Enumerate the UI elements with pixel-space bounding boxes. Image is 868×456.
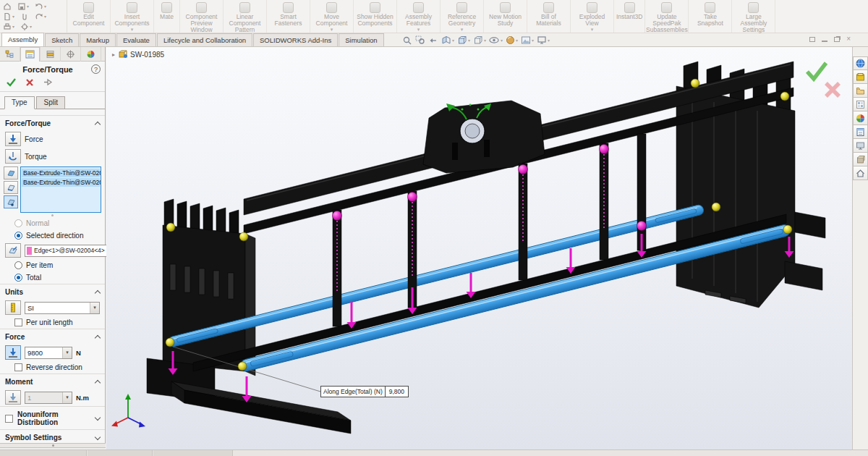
appearances-scenes-icon[interactable]	[853, 111, 868, 125]
normal-radio[interactable]	[14, 219, 22, 227]
per-item-radio[interactable]	[14, 261, 22, 269]
featuremanager-tree-tab[interactable]	[0, 47, 20, 62]
pack-and-go-icon[interactable]	[853, 153, 868, 166]
custom-properties-icon[interactable]	[853, 125, 868, 139]
ribbon-button[interactable]: Bill of Materials ▾	[527, 0, 571, 33]
type-tab[interactable]: Type	[4, 96, 35, 109]
torque-button[interactable]	[5, 149, 21, 164]
apply-scene-icon[interactable]: ▾	[521, 35, 534, 45]
ribbon-button[interactable]: Component Preview Window ▾	[180, 0, 224, 33]
direction-edge-field[interactable]: Edge<1>@SW-02004<4>	[25, 245, 107, 257]
motion-study-tab-stub[interactable]	[153, 450, 233, 456]
force-section-header[interactable]: Force	[0, 329, 105, 344]
confirm-cancel-icon[interactable]	[826, 83, 839, 96]
ribbon-button[interactable]: Mate ▾	[154, 0, 180, 33]
ribbon-button[interactable]: Exploded View ▾	[571, 0, 614, 33]
solidworks-home-icon[interactable]	[853, 166, 868, 180]
selected-beam-front[interactable]	[239, 224, 791, 372]
tab-markup[interactable]: Markup	[80, 33, 116, 46]
model-motion-tabs-strip[interactable]	[0, 449, 868, 456]
symbol-settings-header[interactable]: Symbol Settings	[0, 429, 105, 444]
selection-item[interactable]: Base-Extrude-Thin@SW-02003	[22, 169, 100, 177]
save-icon[interactable]: ▾	[17, 2, 29, 11]
ribbon-button[interactable]: Edit Component ▾	[67, 0, 111, 33]
edit-appearance-icon[interactable]: ▾	[506, 35, 518, 45]
solidworks-cam-icon[interactable]	[853, 139, 868, 153]
hide-show-items-icon[interactable]: ▾	[489, 35, 503, 45]
home-icon[interactable]	[3, 2, 12, 11]
units-section-header[interactable]: Units	[0, 284, 105, 299]
ribbon-button[interactable]: Show Hidden Components ▾	[354, 0, 397, 33]
ribbon-button[interactable]: New Motion Study ▾	[484, 0, 527, 33]
reverse-direction-checkbox[interactable]	[14, 363, 22, 371]
tab-sketch[interactable]: Sketch	[45, 33, 79, 46]
file-explorer-icon[interactable]	[853, 84, 868, 98]
display-style-icon[interactable]: ▾	[473, 35, 486, 45]
confirm-ok-icon[interactable]	[807, 63, 826, 79]
force-value-input[interactable]: 9800▾	[25, 347, 72, 359]
redo-icon[interactable]: ▾	[35, 12, 46, 21]
options-gear-icon[interactable]: ▾	[20, 22, 32, 31]
tab-addins[interactable]: SOLIDWORKS Add-Ins	[253, 33, 338, 46]
views-tab-stub[interactable]	[88, 450, 153, 456]
feature-tree-flyout[interactable]: ▸ SW-01985	[112, 50, 164, 59]
previous-view-icon[interactable]	[428, 35, 438, 45]
ok-button[interactable]	[6, 77, 17, 88]
vertices-selection-icon[interactable]	[4, 195, 18, 208]
tab-lifecycle[interactable]: Lifecycle and Collaboration	[157, 33, 252, 46]
cancel-button[interactable]	[25, 78, 34, 88]
ribbon-button[interactable]: Smart Fasteners ▾	[267, 0, 310, 33]
split-tab[interactable]: Split	[36, 96, 64, 109]
dimxpertmanager-tab[interactable]	[61, 47, 81, 62]
undo-icon[interactable]: ▾	[35, 2, 46, 11]
zoom-to-area-icon[interactable]	[415, 35, 425, 45]
edges-selection-icon[interactable]	[4, 181, 18, 194]
ribbon-button[interactable]: Instant3D ▾	[614, 0, 645, 33]
attach-icon[interactable]	[20, 12, 29, 21]
minimize-icon[interactable]	[822, 41, 827, 42]
total-radio[interactable]	[14, 274, 22, 282]
ribbon-button[interactable]: Large Assembly Settings ▾	[732, 0, 775, 33]
ribbon-button[interactable]: Reference Geometry ▾	[441, 0, 484, 33]
direction-reference-icon[interactable]	[5, 243, 21, 258]
tab-evaluate[interactable]: Evaluate	[116, 33, 156, 46]
nonuniform-distribution-checkbox[interactable]	[5, 415, 13, 423]
units-select[interactable]: SI▾	[25, 302, 100, 314]
selection-item[interactable]: Base-Extrude-Thin@SW-02003	[22, 178, 100, 187]
print-icon[interactable]: ▾	[3, 22, 14, 31]
callout-value[interactable]: 9,800	[386, 387, 408, 397]
tab-assembly[interactable]: Assembly	[1, 33, 44, 46]
ribbon-button[interactable]: Take Snapshot ▾	[689, 0, 732, 33]
selection-listbox[interactable]: Base-Extrude-Thin@SW-02003 Base-Extrude-…	[20, 166, 101, 213]
graphics-area[interactable]: ▸ SW-01985 Along Edge(Total) (N) 9,800	[106, 47, 852, 449]
zoom-to-fit-icon[interactable]	[402, 35, 412, 45]
ribbon-button[interactable]: Assembly Features ▾	[397, 0, 441, 33]
window-menu-icon[interactable]	[809, 37, 815, 42]
nonuniform-distribution-header[interactable]: Nonuniform Distribution	[0, 406, 105, 429]
force-callout[interactable]: Along Edge(Total) (N) 9,800	[320, 386, 409, 397]
bottom-beam[interactable]	[193, 214, 786, 371]
keep-visible-pin-icon[interactable]	[43, 78, 53, 88]
section-view-icon[interactable]: ▾	[441, 35, 454, 45]
force-button[interactable]	[5, 132, 21, 146]
view-palette-icon[interactable]	[853, 98, 868, 111]
displaymanager-tab[interactable]	[81, 47, 101, 62]
propertymanager-tab[interactable]	[20, 47, 41, 62]
view-settings-icon[interactable]: ▾	[537, 35, 550, 45]
ribbon-button[interactable]: Move Component ▾	[310, 0, 354, 33]
ribbon-button[interactable]: Update SpeedPak Subassemblies ▾	[645, 0, 689, 33]
close-icon[interactable]: ×	[846, 35, 851, 43]
model-tab-stub[interactable]	[0, 450, 87, 456]
help-icon[interactable]: ?	[91, 64, 101, 74]
expander-icon[interactable]: ▸	[112, 51, 115, 58]
new-document-icon[interactable]: ▾	[3, 12, 14, 21]
restore-icon[interactable]	[834, 37, 840, 42]
per-unit-length-checkbox[interactable]	[14, 318, 22, 326]
panel-splitter[interactable]	[0, 443, 106, 448]
3d-viewport[interactable]	[106, 47, 852, 449]
tab-simulation[interactable]: Simulation	[339, 33, 383, 46]
solidworks-resources-icon[interactable]	[853, 56, 868, 70]
ribbon-button[interactable]: Insert Components ▾	[111, 0, 154, 33]
design-library-icon[interactable]	[853, 70, 868, 84]
view-orientation-icon[interactable]: ▾	[457, 35, 470, 45]
